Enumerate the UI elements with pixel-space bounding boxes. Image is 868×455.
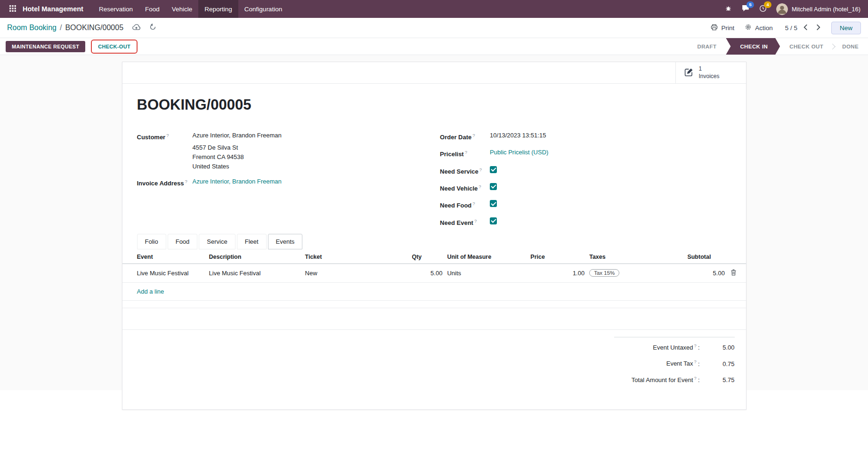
total-row-tax: Event Tax?: 0.75	[614, 358, 735, 367]
field-groups: Customer? Azure Interior, Brandon Freema…	[137, 130, 731, 233]
check-out-button[interactable]: CHECK-OUT	[93, 41, 136, 52]
discard-button[interactable]	[149, 24, 156, 32]
debug-button[interactable]	[720, 0, 736, 18]
tab-food[interactable]: Food	[168, 234, 198, 249]
total-row-amount: Total Amount for Event?: 5.75	[614, 375, 735, 384]
print-button[interactable]: Print	[711, 24, 734, 32]
button-box: 1 Invoices	[122, 62, 746, 84]
col-description[interactable]: Description	[207, 249, 303, 264]
cell-price[interactable]: 1.00	[528, 263, 587, 282]
top-navbar: Hotel Management Reservation Food Vehicl…	[0, 0, 868, 18]
gear-icon	[745, 24, 752, 32]
tab-service[interactable]: Service	[199, 234, 235, 249]
status-step-draft[interactable]: DRAFT	[688, 38, 726, 55]
event-totals: Event Untaxed?: 5.00 Event Tax?: 0.75 To…	[614, 337, 735, 391]
pricelist-link[interactable]: Public Pricelist (USD)	[490, 149, 548, 156]
menu-reporting[interactable]: Reporting	[198, 0, 238, 18]
messages-button[interactable]: 5	[738, 0, 754, 18]
cell-ticket[interactable]: New	[303, 263, 410, 282]
status-step-check-in[interactable]: CHECK IN	[726, 38, 780, 55]
need-vehicle-label: Need Vehicle?	[440, 182, 490, 193]
user-menu[interactable]: Mitchell Admin (hotel_16)	[776, 3, 862, 15]
invoice-count: 1	[699, 65, 720, 73]
chevron-right-icon	[816, 24, 820, 32]
need-vehicle-checkbox[interactable]	[490, 183, 497, 190]
trash-icon	[730, 269, 737, 277]
cloud-save-icon	[132, 24, 141, 32]
section-separator	[122, 308, 746, 330]
user-name: Mitchell Admin (hotel_16)	[792, 6, 860, 13]
cell-subtotal[interactable]: 5.00	[685, 263, 727, 282]
apps-menu-button[interactable]	[6, 0, 20, 18]
app-title[interactable]: Hotel Management	[23, 5, 83, 13]
menu-food[interactable]: Food	[139, 0, 166, 18]
pricelist-label: Pricelist?	[440, 147, 490, 159]
total-amount-value: 5.75	[700, 376, 735, 384]
need-food-label: Need Food?	[440, 199, 490, 210]
total-amount-label: Total Amount for Event?:	[632, 375, 700, 384]
col-event[interactable]: Event	[122, 249, 207, 264]
activities-button[interactable]: 4	[755, 0, 771, 18]
col-price[interactable]: Price	[528, 249, 587, 264]
status-step-done[interactable]: DONE	[833, 38, 868, 55]
need-food-checkbox[interactable]	[490, 200, 497, 207]
pager-counter: 5 / 5	[785, 24, 797, 32]
menu-configuration[interactable]: Configuration	[238, 0, 288, 18]
tab-fleet[interactable]: Fleet	[237, 234, 267, 249]
menu-reservation[interactable]: Reservation	[93, 0, 139, 18]
need-service-checkbox[interactable]	[490, 166, 497, 173]
pricelist-field: Pricelist? Public Pricelist (USD)	[440, 147, 731, 159]
help-icon: ?	[694, 375, 697, 381]
tax-badge[interactable]: Tax 15%	[589, 269, 619, 277]
cell-description[interactable]: Live Music Festival	[207, 263, 303, 282]
need-event-label: Need Event?	[440, 216, 490, 228]
save-indicator-button[interactable]	[132, 24, 141, 32]
menu-vehicle[interactable]: Vehicle	[166, 0, 199, 18]
control-panel: Room Booking / BOOKING/00005	[0, 18, 868, 38]
col-subtotal[interactable]: Subtotal	[685, 249, 727, 264]
total-untaxed-label: Event Untaxed?:	[653, 342, 699, 351]
help-icon: ?	[185, 179, 187, 184]
delete-line-button[interactable]	[730, 269, 737, 278]
action-button[interactable]: Action	[745, 24, 773, 32]
help-icon: ?	[694, 359, 697, 364]
add-line-link[interactable]: Add a line	[137, 288, 164, 295]
invoices-stat-button[interactable]: 1 Invoices	[675, 62, 746, 83]
maintenance-request-button[interactable]: MAINTENANCE REQUEST	[6, 41, 85, 52]
invoice-address-label: Invoice Address?	[137, 176, 193, 188]
col-ticket[interactable]: Ticket	[303, 249, 410, 264]
cell-taxes: Tax 15%	[587, 263, 685, 282]
need-service-label: Need Service?	[440, 165, 490, 176]
booking-form-sheet: 1 Invoices BOOKING/00005 Customer? Azure…	[122, 62, 746, 410]
order-date-value[interactable]: 10/13/2023 13:51:15	[490, 130, 546, 142]
customer-name[interactable]: Azure Interior, Brandon Freeman	[193, 130, 282, 140]
need-event-checkbox[interactable]	[490, 217, 497, 224]
col-unit-of-measure[interactable]: Unit of Measure	[445, 249, 528, 264]
pager-previous-button[interactable]	[801, 23, 810, 33]
help-icon: ?	[474, 218, 477, 224]
help-icon: ?	[694, 343, 697, 348]
tab-events[interactable]: Events	[268, 234, 303, 249]
help-icon: ?	[166, 133, 169, 138]
col-actions	[727, 249, 746, 264]
breadcrumb-room-booking[interactable]: Room Booking	[7, 24, 57, 32]
col-taxes[interactable]: Taxes	[587, 249, 685, 264]
action-label: Action	[755, 24, 773, 32]
new-button[interactable]: New	[831, 22, 861, 34]
cell-uom[interactable]: Units	[445, 263, 528, 282]
tab-folio[interactable]: Folio	[137, 234, 166, 249]
print-label: Print	[721, 24, 734, 32]
cell-event[interactable]: Live Music Festival	[122, 263, 207, 282]
status-step-check-out[interactable]: CHECK OUT	[780, 38, 833, 55]
rotate-ccw-icon	[149, 24, 156, 32]
notebook-tabs: Folio Food Service Fleet Events	[137, 234, 731, 249]
page-title: BOOKING/00005	[137, 96, 731, 113]
col-qty[interactable]: Qty	[409, 249, 445, 264]
events-table-header: Event Description Ticket Qty Unit of Mea…	[122, 249, 746, 264]
cell-qty[interactable]: 5.00	[409, 263, 445, 282]
event-line-row[interactable]: Live Music Festival Live Music Festival …	[122, 263, 746, 282]
invoice-address-link[interactable]: Azure Interior, Brandon Freeman	[193, 178, 282, 185]
need-food-field: Need Food?	[440, 199, 731, 210]
pager-next-button[interactable]	[814, 23, 823, 33]
messages-badge: 5	[746, 1, 754, 8]
